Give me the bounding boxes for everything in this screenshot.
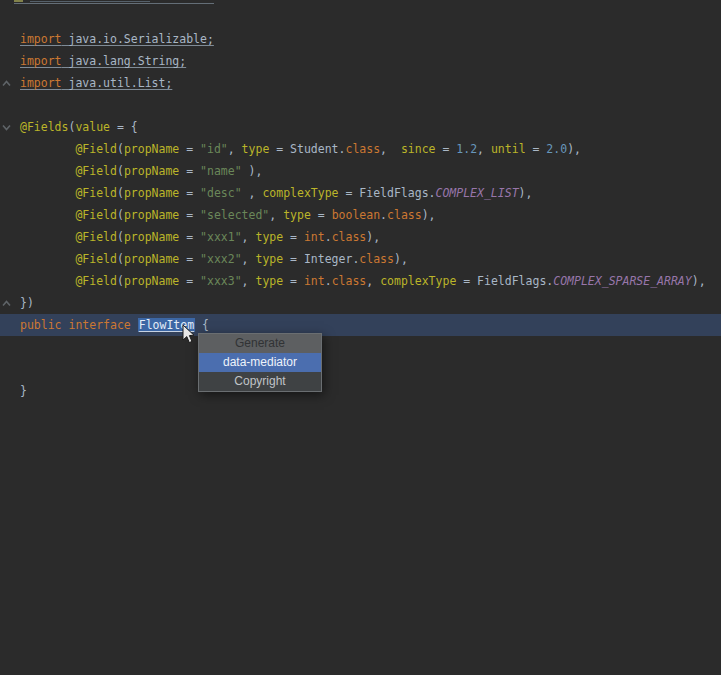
code-token: "id" [200,142,228,156]
code-token: = Integer. [283,252,359,266]
code-token: boolean [332,208,380,222]
code-token [20,142,75,156]
code-token [20,230,75,244]
code-token: @Field [75,186,117,200]
code-token: ), [519,186,533,200]
code-token: , [242,274,256,288]
code-token: = [179,274,200,288]
code-line: public interface FlowItem { [0,314,721,336]
code-token: = FieldFlags. [456,274,553,288]
code-token: class [332,274,367,288]
code-token: interface [68,318,130,332]
code-token: value [75,120,110,134]
menu-item-copyright[interactable]: Copyright [199,372,321,391]
code-token: @Field [75,164,117,178]
clipped-underline-fragment [14,3,214,4]
code-token: type [255,230,283,244]
code-editor[interactable]: import java.io.Serializable;import java.… [0,0,721,675]
code-token: type [283,208,311,222]
code-lines: import java.io.Serializable;import java.… [0,6,721,402]
code-token: ( [117,252,124,266]
code-token: ), [567,142,581,156]
code-line: }) [0,292,721,314]
code-token: ( [117,164,124,178]
code-token: . [325,230,332,244]
code-token [20,208,75,222]
code-token: , [228,142,242,156]
code-token: until [491,142,526,156]
clipped-glyph-fragment [14,0,23,2]
code-token: ( [117,274,124,288]
code-token: = [179,230,200,244]
code-token: propName [124,164,179,178]
code-token: type [242,142,270,156]
code-token: , [242,252,256,266]
code-token: 1.2 [456,142,477,156]
code-line [0,358,721,380]
code-line: } [0,380,721,402]
code-token: = Student. [269,142,345,156]
code-line [0,336,721,358]
code-token: , [269,208,283,222]
code-token: = [526,142,547,156]
code-token: , [380,142,401,156]
fold-marker-icon[interactable] [2,80,11,87]
code-token: java.lang.String; [62,54,187,68]
code-token: class [345,142,380,156]
code-token: @Field [75,252,117,266]
code-token: } [20,384,27,398]
code-line: @Field(propName = "xxx1", type = int.cla… [0,226,721,248]
code-token: propName [124,208,179,222]
code-token: class [387,208,422,222]
code-token: "name" [200,164,242,178]
code-token: }) [20,296,34,310]
code-token: = [283,230,304,244]
mouse-cursor-icon [182,324,196,349]
code-token: . [380,208,387,222]
underlined-statement: import java.lang.String; [20,54,186,68]
code-token: @Fields [20,120,68,134]
code-token: COMPLEX_LIST [435,186,518,200]
code-token: ), [692,274,706,288]
code-token: class [359,252,394,266]
code-token: = [179,252,200,266]
underlined-statement: import java.util.List; [20,76,172,90]
fold-marker-icon[interactable] [2,124,11,131]
fold-marker-icon[interactable] [2,300,11,307]
code-token: , [477,142,491,156]
code-token: 2.0 [546,142,567,156]
code-line: @Field(propName = "id", type = Student.c… [0,138,721,160]
code-token: @Field [75,142,117,156]
code-token: = [179,142,200,156]
code-line: import java.util.List; [0,72,721,94]
code-token: = [283,274,304,288]
code-token: , [366,274,380,288]
menu-item-data-mediator[interactable]: data-mediator [199,353,321,372]
code-token: complexType [380,274,456,288]
code-line: @Field(propName = "desc" , complexType =… [0,182,721,204]
code-token [20,252,75,266]
code-token: ( [117,142,124,156]
code-line: import java.lang.String; [0,50,721,72]
code-token: int [304,230,325,244]
code-token: , [242,186,263,200]
code-line: @Field(propName = "xxx2", type = Integer… [0,248,721,270]
code-token: propName [124,274,179,288]
code-token: @Field [75,208,117,222]
generate-popup-title: Generate [199,334,321,353]
code-token: "desc" [200,186,242,200]
code-token: import [20,32,62,46]
code-token: @Field [75,230,117,244]
code-token: = [311,208,332,222]
code-token: import [20,76,62,90]
code-token: ), [366,230,380,244]
code-token [20,274,75,288]
code-token: propName [124,230,179,244]
code-line: @Field(propName = "xxx3", type = int.cla… [0,270,721,292]
code-token: "xxx3" [200,274,242,288]
underlined-statement: import java.io.Serializable; [20,32,214,46]
code-token: @Field [75,274,117,288]
code-line: @Field(propName = "selected", type = boo… [0,204,721,226]
code-token: propName [124,252,179,266]
code-token: = [179,164,200,178]
